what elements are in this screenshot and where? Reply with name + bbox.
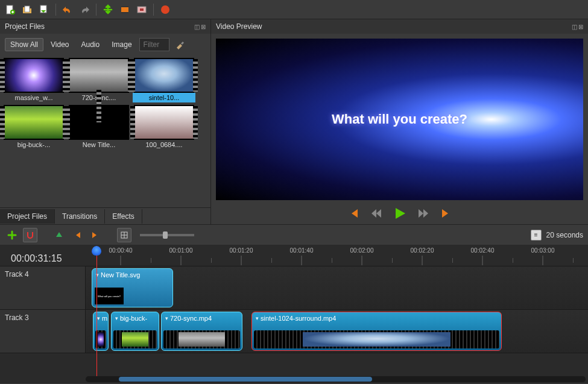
filter-image-tab[interactable]: Image [107, 39, 136, 51]
clip-label: ▾sintel-1024-surround.mp4 [256, 315, 336, 322]
export-video-button[interactable] [157, 2, 173, 17]
thumbnail-image [134, 58, 194, 93]
clip-label: ▾720-sync.mp4 [165, 315, 212, 322]
ruler-tick: 00:02:40 [471, 247, 495, 254]
center-playhead-button[interactable] [117, 228, 131, 242]
timecode-display: 00:00:31:15 [11, 253, 62, 264]
svg-point-9 [161, 5, 169, 14]
timeline-clip[interactable]: ▾sintel-1024-surround.mp4 [251, 312, 502, 351]
rewind-button[interactable] [370, 207, 382, 219]
main-toolbar [0, 0, 588, 19]
thumbnail-label: sintel-10... [133, 93, 195, 102]
tab-project-files[interactable]: Project Files [0, 209, 55, 224]
clip-filmstrip [95, 330, 106, 348]
toolbar-separator [55, 4, 56, 16]
fullscreen-button[interactable] [134, 2, 150, 17]
track-body[interactable]: ▾m▾big-buck-▾720-sync.mp4▾sintel-1024-su… [86, 310, 588, 353]
clip-label: ▾big-buck- [115, 315, 147, 322]
clear-filter-icon[interactable] [174, 39, 185, 50]
project-file-thumbnail[interactable]: sintel-10... [133, 58, 195, 102]
redo-button[interactable] [77, 2, 92, 17]
timeline-toolbar: ≡ 20 seconds [0, 224, 588, 245]
panel-title: Video Preview [216, 22, 262, 31]
preview-viewport[interactable]: What will you create? [216, 39, 583, 200]
previous-marker-button[interactable] [70, 228, 84, 242]
new-project-button[interactable] [2, 2, 18, 17]
project-file-thumbnail[interactable]: New Title... [68, 105, 130, 150]
close-panel-icon[interactable]: ⊠ [578, 24, 583, 30]
tab-effects[interactable]: Effects [105, 209, 142, 224]
timeline-clip[interactable]: ▾720-sync.mp4 [161, 312, 242, 351]
panel-header: Project Files ◫ ⊠ [0, 19, 210, 34]
save-project-button[interactable] [36, 2, 52, 17]
video-preview-panel: Video Preview ◫ ⊠ What will you create? [211, 19, 588, 224]
timeline-clip[interactable]: ▾New Title.svg [92, 268, 173, 307]
timeline-clip[interactable]: ▾m [93, 312, 109, 351]
thumbnail-label: massive_w... [2, 93, 65, 102]
filter-audio-tab[interactable]: Audio [77, 39, 105, 51]
chevron-down-icon: ▾ [97, 315, 100, 321]
detach-panel-icon[interactable]: ◫ [572, 24, 577, 30]
project-files-panel: Project Files ◫ ⊠ Show All Video Audio I… [0, 19, 211, 224]
timeline-ruler[interactable]: 00:00:31:15 00:00:4000:01:0000:01:2000:0… [0, 245, 588, 266]
clip-filmstrip [113, 330, 157, 348]
track-row: Track 4 ▾New Title.svg [0, 266, 588, 310]
filter-input[interactable] [139, 38, 169, 51]
add-marker-button[interactable] [52, 228, 66, 242]
ruler-tick: 00:00:40 [109, 247, 133, 254]
chevron-down-icon: ▾ [96, 272, 99, 278]
thumbnail-image [134, 105, 194, 140]
thumbnail-image [4, 58, 64, 93]
project-file-thumbnail[interactable]: massive_w... [2, 58, 65, 102]
track-body[interactable]: ▾New Title.svg [86, 266, 588, 309]
clip-label: ▾m [97, 315, 107, 322]
filter-show-all-tab[interactable]: Show All [5, 38, 43, 51]
thumbnail-label: big-buck-... [2, 140, 65, 150]
project-file-thumbnail[interactable]: 100_0684.... [133, 105, 195, 150]
jump-end-button[interactable] [440, 207, 452, 219]
close-panel-icon[interactable]: ⊠ [201, 24, 206, 30]
timeline-clip[interactable]: ▾big-buck- [111, 312, 159, 351]
svg-rect-5 [121, 6, 128, 7]
clip-filmstrip [254, 330, 499, 348]
panel-header: Video Preview ◫ ⊠ [211, 19, 588, 34]
timeline-hscrollbar[interactable] [86, 376, 586, 382]
import-files-button[interactable] [100, 2, 116, 17]
filter-video-tab[interactable]: Video [46, 39, 74, 51]
ruler-tick: 00:03:00 [531, 247, 555, 254]
zoom-slider[interactable] [140, 234, 194, 236]
play-button[interactable] [393, 207, 406, 220]
svg-rect-8 [140, 8, 144, 11]
snap-button[interactable] [23, 228, 37, 242]
project-file-thumbnail[interactable]: big-buck-... [2, 105, 65, 150]
choose-profile-button[interactable] [117, 2, 133, 17]
fast-forward-button[interactable] [417, 207, 429, 219]
add-track-button[interactable] [5, 228, 19, 242]
track-header[interactable]: Track 3 [0, 310, 86, 353]
thumbnail-image [69, 58, 129, 93]
jump-start-button[interactable] [347, 207, 359, 219]
preview-overlay-text: What will you create? [332, 112, 467, 127]
svg-rect-2 [25, 6, 30, 12]
thumbnail-image [69, 105, 129, 140]
ruler-tick: 00:01:20 [230, 247, 253, 254]
ruler-tick: 00:01:00 [169, 247, 193, 254]
track-header[interactable]: Track 4 [0, 266, 86, 309]
clip-label: ▾New Title.svg [96, 271, 140, 279]
detach-panel-icon[interactable]: ◫ [194, 24, 200, 30]
playback-controls [211, 203, 588, 224]
scrollbar-thumb[interactable] [119, 377, 372, 382]
clip-thumbnail [95, 288, 124, 304]
next-marker-button[interactable] [88, 228, 103, 242]
ruler-tick: 00:02:20 [411, 247, 434, 254]
zoom-menu-button[interactable]: ≡ [531, 230, 542, 241]
project-bottom-tabs: Project Files Transitions Effects [0, 207, 210, 224]
svg-rect-6 [121, 12, 128, 13]
clip-filmstrip [163, 330, 240, 348]
open-project-button[interactable] [19, 2, 35, 17]
project-files-filter-bar: Show All Video Audio Image [0, 34, 210, 55]
toolbar-separator [153, 4, 154, 16]
undo-button[interactable] [60, 2, 75, 17]
tab-transitions[interactable]: Transitions [55, 209, 105, 224]
zoom-label: 20 seconds [546, 231, 583, 239]
